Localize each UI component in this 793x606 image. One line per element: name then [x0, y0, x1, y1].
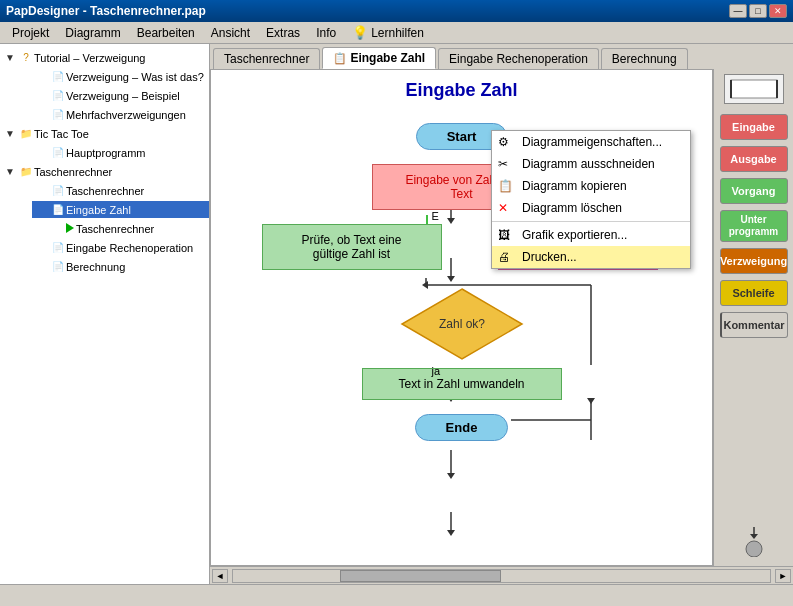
lernhilfen-label: Lernhilfen — [371, 26, 424, 40]
sidebar-label-berechnung: Berechnung — [66, 261, 125, 273]
menu-bearbeiten[interactable]: Bearbeiten — [129, 24, 203, 42]
ctx-loeschen[interactable]: ✕ Diagramm löschen — [492, 197, 690, 219]
ctx-label-delete: Diagramm löschen — [522, 201, 622, 215]
sidebar-item-berechnung[interactable]: 📄 Berechnung — [0, 257, 209, 276]
tab-taschenrechner[interactable]: Taschenrechner — [213, 48, 320, 69]
connector-area — [739, 527, 769, 557]
node-umwandeln[interactable]: Text in Zahl umwandeln — [362, 368, 562, 400]
ctx-separator — [492, 221, 690, 222]
svg-rect-22 — [731, 80, 777, 98]
shape-preview-box — [724, 74, 784, 104]
tool-eingabe[interactable]: Eingabe — [720, 114, 788, 140]
sidebar-item-tictactoe-group[interactable]: ▼ 📁 Tic Tac Toe — [0, 124, 209, 143]
connector-svg — [739, 527, 769, 557]
window-controls: — □ ✕ — [729, 4, 787, 18]
tab-icon-eingabe: 📋 — [333, 52, 347, 65]
decision-label-text: Zahl ok? — [438, 317, 484, 331]
diagram-wrapper: Eingabe Zahl — [210, 69, 793, 566]
tab-berechnung[interactable]: Berechnung — [601, 48, 688, 69]
sidebar-item-taschenrechner[interactable]: 📄 Taschenrechner — [0, 181, 209, 200]
ctx-drucken[interactable]: 🖨 Drucken... — [492, 246, 690, 268]
doc-icon-ber: 📄 — [50, 261, 66, 272]
svg-marker-9 — [447, 473, 455, 479]
maximize-button[interactable]: □ — [749, 4, 767, 18]
tab-eingabe-zahl[interactable]: 📋 Eingabe Zahl — [322, 47, 436, 69]
scroll-right-button[interactable]: ► — [775, 569, 791, 583]
ctx-label-cut: Diagramm ausschneiden — [522, 157, 655, 171]
tab-eingabe-rechenop[interactable]: Eingabe Rechenoperation — [438, 48, 599, 69]
sidebar-label-hauptprogramm: Hauptprogramm — [66, 147, 145, 159]
doc-icon-ez: 📄 — [50, 204, 66, 215]
tool-ausgabe[interactable]: Ausgabe — [720, 146, 788, 172]
doc-icon-2: 📄 — [50, 90, 66, 101]
context-menu: ⚙ Diagrammeigenschaften... ✂ Diagramm au… — [491, 130, 691, 269]
svg-marker-26 — [750, 534, 758, 539]
tool-kommentar[interactable]: Kommentar — [720, 312, 788, 338]
minimize-button[interactable]: — — [729, 4, 747, 18]
shape-preview-svg — [729, 78, 779, 100]
tab-label-berechnung: Berechnung — [612, 52, 677, 66]
ctx-icon-copy: 📋 — [498, 179, 513, 193]
sidebar-item-was-ist-das[interactable]: 📄 Verzweigung – Was ist das? — [0, 67, 209, 86]
bulb-icon: 💡 — [352, 25, 368, 40]
sidebar: ▼ ? Tutorial – Verzweigung 📄 Verzweigung… — [0, 44, 210, 584]
node-ende[interactable]: Ende — [415, 414, 509, 441]
content-area: Taschenrechner 📋 Eingabe Zahl Eingabe Re… — [210, 44, 793, 584]
sidebar-item-mehrfach[interactable]: 📄 Mehrfachverzweigungen — [0, 105, 209, 124]
sidebar-item-eingabe-rechenop[interactable]: 📄 Eingabe Rechenoperation — [0, 238, 209, 257]
sidebar-label-mehrfach: Mehrfachverzweigungen — [66, 109, 186, 121]
sidebar-item-beispiel[interactable]: 📄 Verzweigung – Beispiel — [0, 86, 209, 105]
sidebar-label-beispiel: Verzweigung – Beispiel — [66, 90, 180, 102]
svg-marker-11 — [447, 530, 455, 536]
ctx-diagrammeigenschaften[interactable]: ⚙ Diagrammeigenschaften... — [492, 131, 690, 153]
diagram-title: Eingabe Zahl — [231, 80, 692, 101]
diagram-canvas[interactable]: Eingabe Zahl — [210, 69, 713, 566]
sidebar-label-caller-tr: Taschenrechner — [76, 223, 154, 235]
folder-icon-ttt: 📁 — [18, 128, 34, 139]
svg-point-27 — [746, 541, 762, 557]
titlebar: PapDesigner - Taschenrechner.pap — □ ✕ — [0, 0, 793, 22]
sidebar-label-was-ist-das: Verzweigung – Was ist das? — [66, 71, 204, 83]
expand-icon: ▼ — [2, 52, 18, 63]
sidebar-item-caller[interactable]: Taschenrechner — [0, 219, 209, 238]
menu-diagramm[interactable]: Diagramm — [57, 24, 128, 42]
sidebar-item-tutorial-group[interactable]: ▼ ? Tutorial – Verzweigung — [0, 48, 209, 67]
diagram-canvas-inner: Eingabe Zahl — [211, 70, 712, 565]
tab-label-eingabe-rechenop: Eingabe Rechenoperation — [449, 52, 588, 66]
node-pruefe[interactable]: Prüfe, ob Text einegültige Zahl ist — [262, 224, 442, 270]
tool-unterprogramm[interactable]: Unter programm — [720, 210, 788, 242]
ctx-kopieren[interactable]: 📋 Diagramm kopieren — [492, 175, 690, 197]
doc-icon-3: 📄 — [50, 109, 66, 120]
shape-tools: Eingabe Ausgabe Vorgang Unter programm V… — [713, 69, 793, 566]
menu-projekt[interactable]: Projekt — [4, 24, 57, 42]
tool-vorgang[interactable]: Vorgang — [720, 178, 788, 204]
window-title: PapDesigner - Taschenrechner.pap — [6, 4, 206, 18]
ctx-label-print: Drucken... — [522, 250, 577, 264]
ctx-grafik-exportieren[interactable]: 🖼 Grafik exportieren... — [492, 224, 690, 246]
menu-extras[interactable]: Extras — [258, 24, 308, 42]
ctx-icon-properties: ⚙ — [498, 135, 509, 149]
doc-icon-er: 📄 — [50, 242, 66, 253]
tabs-bar: Taschenrechner 📋 Eingabe Zahl Eingabe Re… — [210, 44, 793, 69]
question-icon: ? — [18, 52, 34, 63]
horizontal-scrollbar[interactable] — [232, 569, 771, 583]
sidebar-item-eingabe-zahl[interactable]: 📄 Eingabe Zahl — [0, 200, 209, 219]
tool-schleife[interactable]: Schleife — [720, 280, 788, 306]
sidebar-label-tutorial: Tutorial – Verzweigung — [34, 52, 146, 64]
menu-info[interactable]: Info — [308, 24, 344, 42]
menu-lernhilfen[interactable]: 💡 Lernhilfen — [344, 23, 432, 42]
sidebar-label-taschenrechner: Taschenrechner — [66, 185, 144, 197]
ctx-label-copy: Diagramm kopieren — [522, 179, 627, 193]
tool-verzweigung[interactable]: Verzweigung — [720, 248, 788, 274]
sidebar-label-eingabe-zahl: Eingabe Zahl — [66, 204, 131, 216]
sidebar-item-taschenrechner-group[interactable]: ▼ 📁 Taschenrechner — [0, 162, 209, 181]
close-button[interactable]: ✕ — [769, 4, 787, 18]
ctx-icon-delete: ✕ — [498, 201, 508, 215]
menubar: Projekt Diagramm Bearbeiten Ansicht Extr… — [0, 22, 793, 44]
scroll-left-button[interactable]: ◄ — [212, 569, 228, 583]
ctx-ausschneiden[interactable]: ✂ Diagramm ausschneiden — [492, 153, 690, 175]
tab-label-taschenrechner: Taschenrechner — [224, 52, 309, 66]
menu-ansicht[interactable]: Ansicht — [203, 24, 258, 42]
sidebar-item-hauptprogramm[interactable]: 📄 Hauptprogramm — [0, 143, 209, 162]
scrollbar-thumb[interactable] — [340, 570, 501, 582]
